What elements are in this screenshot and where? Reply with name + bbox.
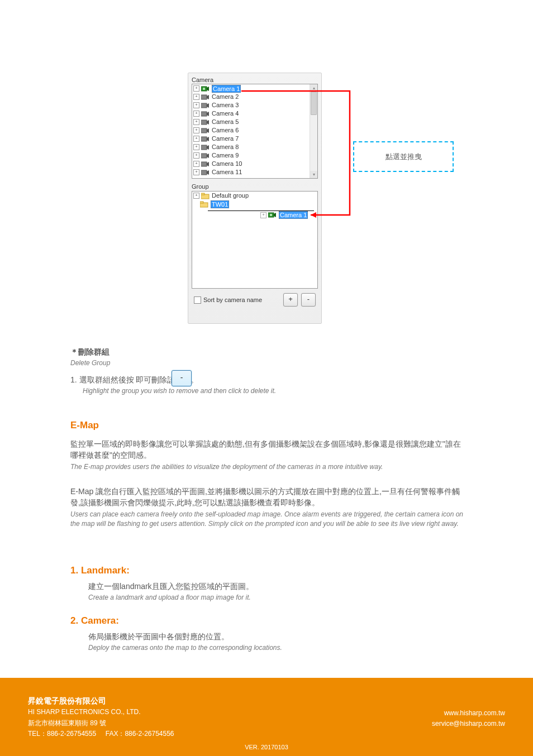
panel-bottom-row: Sort by camera name + - [192, 293, 318, 307]
camera-icon [201, 136, 210, 142]
camera-item-7[interactable]: + Camera 7 [192, 135, 317, 143]
expand-icon[interactable]: + [193, 193, 199, 199]
svg-rect-21 [201, 170, 207, 175]
expand-icon[interactable]: + [193, 144, 199, 150]
emap-body1: 監控單一區域的即時影像讓您可以掌握該處的動態,但有多個攝影機架設在多個區域時,影… [70, 438, 464, 472]
camera-item-1[interactable]: + Camera 1 [192, 84, 317, 93]
page-footer: 昇銳電子股份有限公司 HI SHARP ELECTRONICS CO., LTD… [0, 678, 533, 756]
svg-rect-13 [201, 137, 207, 141]
camera-group-panel: Camera + Camera 1 + Camera 2 + Camera 3 … [188, 73, 322, 324]
camera-icon [201, 94, 210, 101]
camera-item-3[interactable]: + Camera 3 [192, 101, 317, 109]
svg-marker-10 [207, 120, 209, 125]
group-listbox[interactable]: + Default group TW01 [192, 191, 318, 289]
expand-icon[interactable]: + [193, 161, 199, 167]
delete-group-title-en: Delete Group [70, 358, 473, 368]
footer-fax: FAX：886-2-26754556 [106, 730, 174, 738]
expand-icon[interactable]: + [193, 127, 199, 133]
svg-marker-20 [207, 162, 209, 166]
svg-marker-29 [274, 213, 276, 217]
svg-rect-11 [201, 128, 207, 133]
camera-label: Camera 10 [212, 160, 242, 168]
minus-button-inline: - [172, 370, 192, 386]
footer-company-en: HI SHARP ELECTRONICS CO., LTD. [28, 707, 307, 717]
drag-ghost-item: + Camera 1 [260, 211, 308, 219]
svg-marker-6 [207, 103, 209, 108]
svg-rect-9 [201, 120, 207, 125]
svg-marker-16 [207, 145, 209, 150]
scroll-down-icon[interactable]: ▾ [310, 171, 317, 178]
camera-scrollbar[interactable]: ▴ ▾ [310, 84, 317, 178]
footer-email: service@hisharp.com.tw [337, 719, 505, 729]
camera-item-11[interactable]: + Camera 11 [192, 168, 317, 176]
svg-rect-1 [203, 88, 205, 90]
emap-heading: E-Map E-Map [70, 419, 99, 433]
expand-icon[interactable]: + [193, 85, 199, 92]
svg-rect-19 [201, 162, 207, 166]
landmark-heading: 1. Landmark: [70, 564, 130, 578]
camera-label: Camera 2 [212, 93, 239, 101]
svg-rect-3 [201, 95, 207, 99]
emap-body1-zh: 監控單一區域的即時影像讓您可以掌握該處的動態,但有多個攝影機架設在多個區域時,影… [70, 439, 461, 460]
remove-group-button[interactable]: - [301, 293, 316, 307]
camera-listbox[interactable]: + Camera 1 + Camera 2 + Camera 3 + Camer… [192, 84, 318, 179]
expand-icon[interactable]: + [193, 119, 199, 125]
camera-label: Camera 1 [212, 85, 241, 93]
scroll-up-icon[interactable]: ▴ [310, 84, 317, 92]
sort-label: Sort by camera name [203, 296, 262, 303]
camera-label: Camera 9 [212, 151, 239, 160]
camera-body-en: Deploy the cameras onto the map to the c… [88, 643, 463, 653]
camera-num: 2. [70, 615, 78, 626]
camera-item-8[interactable]: + Camera 8 [192, 143, 317, 151]
expand-icon[interactable]: + [193, 169, 199, 175]
add-group-button[interactable]: + [283, 293, 298, 307]
emap-body2: E-Map 讓您自行匯入監控區域的平面圖,並將攝影機以圖示的方式擺放在圖中對應的… [70, 486, 464, 529]
camera-item-5[interactable]: + Camera 5 [192, 118, 317, 126]
camera-item-6[interactable]: + Camera 6 [192, 126, 317, 135]
expand-icon[interactable]: + [193, 152, 199, 159]
camera-icon [201, 169, 210, 176]
expand-icon[interactable]: + [193, 136, 199, 142]
svg-marker-8 [207, 112, 209, 116]
camera-item-9[interactable]: + Camera 9 [192, 151, 317, 160]
camera-icon [201, 85, 210, 92]
camera-icon [201, 111, 210, 117]
camera-icon [201, 127, 210, 134]
svg-rect-24 [201, 193, 204, 195]
expand-icon[interactable]: + [193, 94, 199, 100]
delete-group-title-zh: ＊刪除群組 [70, 347, 110, 356]
camera-item-10[interactable]: + Camera 10 [192, 160, 317, 168]
footer-address: 新北市樹林區東順街 89 號 [28, 718, 307, 729]
footer-company: 昇銳電子股份有限公司 [28, 695, 307, 707]
footer-site: www.hisharp.com.tw [337, 708, 505, 719]
emap-title: E-Map [70, 420, 99, 430]
svg-rect-17 [201, 154, 207, 158]
landmark-body: 建立一個landmark且匯入您監控區域的平面圖。 Create a landm… [88, 581, 463, 603]
camera-item-4[interactable]: + Camera 4 [192, 109, 317, 118]
camera-body-zh: 佈局攝影機於平面圖中各個對應的位置。 [88, 632, 229, 641]
camera-icon [201, 161, 210, 168]
scroll-thumb[interactable] [311, 92, 317, 115]
expand-icon[interactable]: + [193, 111, 199, 117]
group-item-tw01[interactable]: TW01 [192, 200, 317, 208]
camera-label: Camera 4 [212, 109, 239, 118]
expand-icon[interactable]: + [193, 102, 199, 108]
folder-icon [200, 201, 209, 208]
emap-body2-en: Users can place each camera freely onto … [70, 510, 464, 529]
camera-icon [201, 119, 210, 126]
group-item-default[interactable]: + Default group [192, 192, 317, 200]
emap-body2-zh: E-Map 讓您自行匯入監控區域的平面圖,並將攝影機以圖示的方式擺放在圖中對應的… [70, 487, 460, 507]
footer-tel: TEL：886-2-26754555 [28, 730, 96, 738]
callout-text: 點選並推曳 [386, 152, 422, 162]
drag-ghost-label: Camera 1 [279, 211, 308, 219]
svg-rect-26 [200, 202, 203, 203]
svg-rect-28 [270, 214, 272, 216]
camera-icon [201, 102, 210, 109]
svg-rect-15 [201, 145, 207, 150]
camera-item-2[interactable]: + Camera 2 [192, 93, 317, 101]
camera-label: Camera 11 [212, 168, 242, 176]
landmark-num: 1. [70, 565, 78, 576]
sort-checkbox[interactable] [194, 296, 201, 304]
delete-group-section: ＊刪除群組 Delete Group 1. 選取群組然後按 即可刪除該群組。 H… [70, 346, 473, 396]
folder-icon [201, 193, 210, 199]
